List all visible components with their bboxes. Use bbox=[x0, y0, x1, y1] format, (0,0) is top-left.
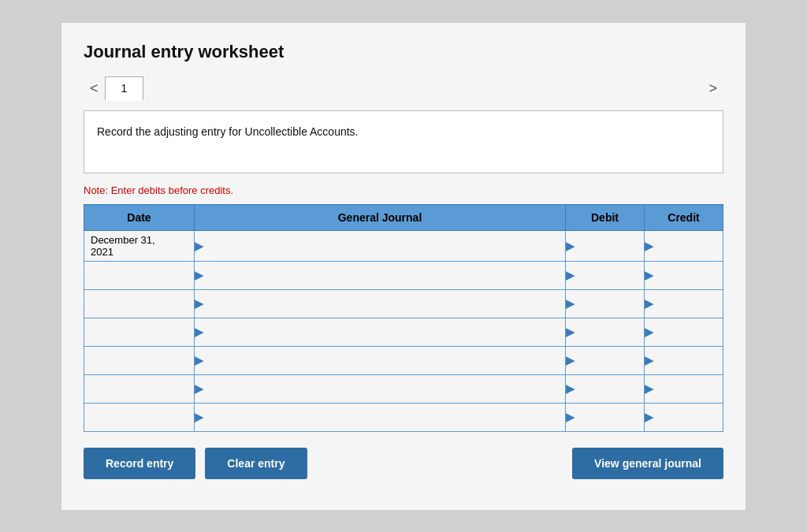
credit-cell-5: ▶ bbox=[645, 374, 723, 403]
debit-input-3[interactable] bbox=[566, 323, 644, 341]
view-general-journal-button[interactable]: View general journal bbox=[572, 448, 723, 479]
gj-cell-1: ▶ bbox=[195, 261, 566, 289]
note-text: Note: Enter debits before credits. bbox=[84, 184, 723, 196]
debit-cell-4: ▶ bbox=[566, 346, 645, 374]
debit-cell-2: ▶ bbox=[566, 289, 645, 318]
page-title: Journal entry worksheet bbox=[84, 42, 723, 62]
col-header-gj: General Journal bbox=[195, 204, 566, 230]
gj-input-1[interactable] bbox=[195, 266, 565, 285]
gj-input-4[interactable] bbox=[195, 352, 565, 370]
table-row: ▶▶▶ bbox=[84, 318, 723, 346]
debit-input-5[interactable] bbox=[566, 380, 644, 398]
debit-cell-6: ▶ bbox=[566, 403, 645, 431]
date-input-2[interactable] bbox=[91, 293, 188, 314]
gj-input-0[interactable] bbox=[195, 236, 565, 255]
credit-input-3[interactable] bbox=[645, 323, 723, 341]
credit-cell-1: ▶ bbox=[645, 261, 723, 289]
date-input-6[interactable] bbox=[91, 407, 188, 428]
record-entry-button[interactable]: Record entry bbox=[84, 448, 195, 479]
instruction-box: Record the adjusting entry for Uncollect… bbox=[84, 110, 723, 173]
credit-cell-6: ▶ bbox=[645, 403, 723, 431]
credit-input-0[interactable] bbox=[645, 236, 723, 255]
credit-cell-0: ▶ bbox=[645, 230, 723, 261]
table-row: ▶▶▶ bbox=[84, 261, 723, 289]
credit-input-4[interactable] bbox=[645, 352, 723, 370]
debit-input-4[interactable] bbox=[566, 352, 644, 370]
table-row: ▶▶▶ bbox=[84, 403, 723, 431]
clear-entry-button[interactable]: Clear entry bbox=[205, 448, 307, 479]
gj-cell-5: ▶ bbox=[195, 374, 566, 403]
instruction-text: Record the adjusting entry for Uncollect… bbox=[97, 125, 359, 138]
debit-cell-5: ▶ bbox=[566, 374, 645, 403]
credit-cell-4: ▶ bbox=[645, 346, 723, 374]
debit-cell-3: ▶ bbox=[566, 318, 645, 346]
credit-input-1[interactable] bbox=[645, 266, 723, 285]
gj-cell-3: ▶ bbox=[195, 318, 566, 346]
next-nav-arrow[interactable]: > bbox=[702, 78, 723, 99]
journal-table: Date General Journal Debit Credit Decemb… bbox=[84, 204, 723, 432]
date-input-5[interactable] bbox=[91, 378, 188, 400]
credit-input-2[interactable] bbox=[645, 295, 723, 313]
gj-input-6[interactable] bbox=[195, 408, 565, 426]
date-input-1[interactable] bbox=[91, 265, 188, 286]
gj-input-2[interactable] bbox=[195, 295, 565, 313]
gj-input-3[interactable] bbox=[195, 323, 565, 341]
tab-nav-wrapper: < 1 > bbox=[84, 76, 723, 101]
date-cell-3 bbox=[84, 318, 195, 346]
date-input-4[interactable] bbox=[91, 350, 188, 371]
table-row: ▶▶▶ bbox=[84, 289, 723, 318]
gj-cell-4: ▶ bbox=[195, 346, 566, 374]
gj-cell-2: ▶ bbox=[195, 289, 566, 318]
debit-input-0[interactable] bbox=[566, 236, 644, 255]
prev-nav-arrow[interactable]: < bbox=[84, 78, 105, 99]
gj-cell-6: ▶ bbox=[195, 403, 566, 431]
date-input-3[interactable] bbox=[91, 322, 188, 343]
debit-input-2[interactable] bbox=[566, 295, 644, 313]
date-cell-5 bbox=[84, 374, 195, 403]
credit-input-6[interactable] bbox=[645, 408, 723, 426]
table-row: December 31,2021▶▶▶ bbox=[84, 230, 723, 261]
credit-input-5[interactable] bbox=[645, 380, 723, 398]
date-cell-0: December 31,2021 bbox=[84, 230, 195, 261]
gj-cell-0: ▶ bbox=[195, 230, 566, 261]
credit-cell-3: ▶ bbox=[645, 318, 723, 346]
col-header-credit: Credit bbox=[645, 204, 723, 230]
date-cell-6 bbox=[84, 403, 195, 431]
debit-input-6[interactable] bbox=[566, 408, 644, 426]
buttons-row: Record entry Clear entry View general jo… bbox=[84, 448, 723, 479]
tab-1[interactable]: 1 bbox=[105, 76, 144, 101]
date-cell-2 bbox=[84, 289, 195, 318]
col-header-date: Date bbox=[84, 204, 195, 230]
table-row: ▶▶▶ bbox=[84, 346, 723, 374]
debit-cell-0: ▶ bbox=[566, 230, 645, 261]
date-cell-1 bbox=[84, 261, 195, 289]
debit-input-1[interactable] bbox=[566, 266, 644, 285]
col-header-debit: Debit bbox=[566, 204, 645, 230]
date-cell-4 bbox=[84, 346, 195, 374]
credit-cell-2: ▶ bbox=[645, 289, 723, 318]
gj-input-5[interactable] bbox=[195, 380, 565, 398]
debit-cell-1: ▶ bbox=[566, 261, 645, 289]
worksheet-container: Journal entry worksheet < 1 > Record the… bbox=[61, 22, 746, 511]
table-row: ▶▶▶ bbox=[84, 374, 723, 403]
